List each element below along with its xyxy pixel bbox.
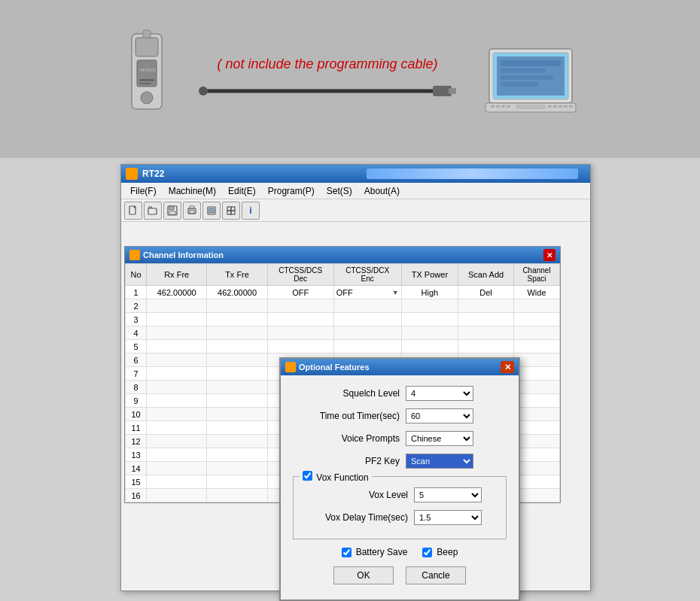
- optional-body: Squelch Level 4 1 2 3 5 Time out Timer(s…: [281, 375, 519, 599]
- cell-rx: [147, 462, 207, 475]
- svg-rect-15: [516, 105, 546, 109]
- dialog-buttons: OK Cancle: [293, 566, 507, 592]
- voice-prompts-control: Chinese Off English: [406, 431, 507, 446]
- cell-no: 2: [126, 299, 147, 313]
- toolbar-btn6[interactable]: [222, 202, 240, 220]
- svg-rect-19: [501, 75, 553, 80]
- menu-machine[interactable]: Machine(M): [163, 184, 222, 198]
- squelch-select[interactable]: 4 1 2 3 5: [406, 386, 473, 401]
- cell-rx: [147, 394, 207, 408]
- cell-rx: [147, 326, 207, 340]
- cell-tx: [207, 299, 267, 313]
- app-title-icon: [126, 168, 138, 180]
- tot-control: 60 30 90 120: [406, 408, 507, 423]
- cell-rx: [147, 354, 207, 367]
- cell-tx: [207, 489, 267, 502]
- cell-no: 3: [126, 313, 147, 326]
- toolbar-info-btn[interactable]: i: [242, 202, 260, 220]
- cell-ch-spaci: [514, 381, 560, 394]
- cell-ch-spaci: [514, 340, 560, 354]
- toolbar-print-btn[interactable]: [183, 202, 201, 220]
- cell-no: 10: [126, 408, 147, 421]
- channel-window-title: Channel Information: [143, 250, 540, 260]
- battery-save-container: Battery Save: [342, 547, 408, 557]
- toolbar-new-btn[interactable]: [124, 202, 142, 220]
- cell-tx: [207, 367, 267, 381]
- svg-point-3: [141, 92, 153, 104]
- vox-function-label: Vox Function: [316, 472, 368, 483]
- pf2-label: PF2 Key: [293, 456, 406, 466]
- table-row[interactable]: 5: [126, 340, 560, 354]
- cell-tx: [207, 421, 267, 435]
- cell-tx: [207, 448, 267, 462]
- cell-rx: [147, 340, 207, 354]
- cell-no: 1: [126, 286, 147, 299]
- menu-set[interactable]: Set(S): [321, 184, 358, 198]
- cell-tx: [207, 462, 267, 475]
- cell-rx: [147, 367, 207, 381]
- svg-text:RETEVIS: RETEVIS: [140, 68, 157, 72]
- tot-select[interactable]: 60 30 90 120: [406, 408, 473, 423]
- channel-close-button[interactable]: ✕: [543, 249, 555, 261]
- battery-save-checkbox[interactable]: [342, 548, 352, 557]
- enc-arrow: ▼: [392, 289, 399, 296]
- table-row[interactable]: 3: [126, 313, 560, 326]
- svg-rect-43: [231, 211, 235, 214]
- squelch-control: 4 1 2 3 5: [406, 386, 507, 401]
- cell-ch-spaci: [514, 462, 560, 475]
- cell-ch-spaci: [514, 394, 560, 408]
- cell-rx: [147, 489, 207, 502]
- cell-tx: [207, 354, 267, 367]
- cell-scan-add: [458, 299, 514, 313]
- col-rx: Rx Fre: [147, 264, 207, 286]
- menubar: File(F) Machine(M) Edit(E) Program(P) Se…: [121, 183, 590, 199]
- cell-ch-spaci: [514, 408, 560, 421]
- table-row[interactable]: 2: [126, 299, 560, 313]
- svg-rect-4: [143, 30, 151, 38]
- cell-tx: 462.00000: [207, 286, 267, 299]
- banner-content: RETEVIS ( not include the programming ca…: [120, 26, 580, 132]
- cell-ch-spaci: [514, 435, 560, 448]
- beep-label: Beep: [437, 547, 458, 557]
- cell-tx-power: [401, 313, 458, 326]
- pf2-row: PF2 Key Scan Monitor Alarm: [293, 454, 507, 469]
- radio-icon: RETEVIS: [120, 26, 173, 132]
- toolbar-open-btn[interactable]: [144, 202, 162, 220]
- vox-level-row: Vox Level 5 1 2 3 4 6: [301, 487, 498, 502]
- ok-button[interactable]: OK: [333, 566, 394, 584]
- cell-ch-spaci: [514, 299, 560, 313]
- vox-function-checkbox[interactable]: [303, 471, 312, 481]
- cell-rx: 462.00000: [147, 286, 207, 299]
- pf2-select[interactable]: Scan Monitor Alarm: [406, 454, 473, 469]
- menu-program[interactable]: Program(P): [262, 184, 321, 198]
- toolbar-btn5[interactable]: [202, 202, 221, 220]
- cell-no: 12: [126, 435, 147, 448]
- cell-no: 7: [126, 367, 147, 381]
- cancel-button[interactable]: Cancle: [406, 566, 466, 584]
- svg-rect-41: [231, 207, 235, 211]
- voice-prompts-row: Voice Prompts Chinese Off English: [293, 431, 507, 446]
- app-titlebar: RT22: [121, 165, 590, 183]
- table-row[interactable]: 1 462.00000 462.00000 OFF OFF ▼ High Del…: [126, 286, 560, 299]
- cell-tx: [207, 408, 267, 421]
- cell-ch-spaci: [514, 326, 560, 340]
- menu-about[interactable]: About(A): [358, 184, 406, 198]
- channel-titlebar: Channel Information ✕: [125, 247, 560, 263]
- col-ctcss-enc: CTCSS/DCXEnc: [333, 264, 401, 286]
- voice-prompts-select[interactable]: Chinese Off English: [406, 431, 473, 446]
- cell-tx-power: [401, 299, 458, 313]
- cell-rx: [147, 381, 207, 394]
- not-include-label: ( not include the programming cable): [217, 56, 437, 72]
- vox-delay-select[interactable]: 1.5 0.5 1.0 2.0 3.0: [414, 510, 482, 525]
- menu-file[interactable]: File(F): [124, 184, 163, 198]
- vox-level-select[interactable]: 5 1 2 3 4 6: [414, 487, 482, 502]
- beep-checkbox[interactable]: [422, 548, 432, 557]
- cell-ch-spaci: [514, 448, 560, 462]
- vox-delay-row: Vox Delay Time(sec) 1.5 0.5 1.0 2.0 3.0: [301, 510, 498, 525]
- optional-title-icon: [285, 362, 296, 372]
- optional-close-button[interactable]: ✕: [501, 361, 514, 373]
- menu-edit[interactable]: Edit(E): [222, 184, 262, 198]
- cell-ch-spaci: Wide: [514, 286, 560, 299]
- toolbar-save-btn[interactable]: [163, 202, 181, 220]
- table-row[interactable]: 4: [126, 326, 560, 340]
